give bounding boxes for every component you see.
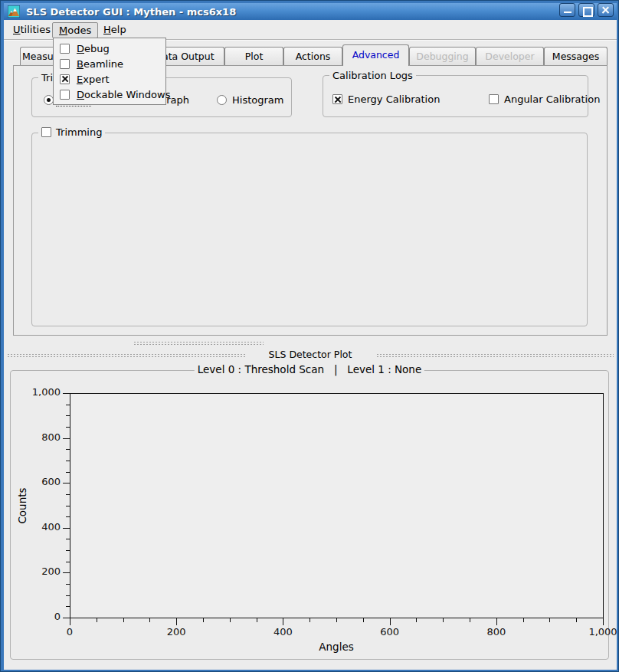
application-window: SLS Detector GUI : Mythen - mcs6x18 Util… <box>0 0 619 672</box>
y-minor-tick <box>66 472 70 473</box>
modes-menu-popup: Debug Beamline Expert Dockable Windows <box>53 38 166 105</box>
calibration-logs-title: Calibration Logs <box>329 70 416 81</box>
y-minor-tick <box>66 539 70 539</box>
y-tick-label: 1,000 <box>15 386 61 398</box>
y-axis-title: Counts <box>16 478 28 533</box>
y-minor-tick <box>66 595 70 596</box>
x-minor-tick <box>416 618 417 622</box>
y-minor-tick <box>66 461 70 461</box>
checkbox-angular-calibration[interactable]: Angular Calibration <box>489 93 600 105</box>
tab-messages[interactable]: Messages <box>544 47 608 65</box>
menu-item-debug[interactable]: Debug <box>54 41 165 56</box>
y-major-tick <box>63 393 70 394</box>
trimming-group-title: Trimming <box>56 126 102 138</box>
x-minor-tick <box>470 618 470 622</box>
dock-title[interactable]: SLS Detector Plot <box>1 349 619 360</box>
app-icon <box>8 5 20 18</box>
x-minor-tick <box>97 618 97 622</box>
x-axis-title: Angles <box>310 641 363 653</box>
beamline-checkbox[interactable] <box>60 59 70 69</box>
x-major-tick <box>496 618 497 625</box>
energy-calibration-checkbox[interactable] <box>332 94 342 104</box>
y-tick-label: 0 <box>15 611 61 622</box>
trimming-group: Trimming <box>31 133 588 326</box>
trimming-group-header[interactable]: Trimming <box>38 126 105 138</box>
tab-debugging: Debugging <box>409 47 476 65</box>
radio-histogram[interactable]: Histogram <box>217 94 283 106</box>
y-minor-tick <box>66 405 70 405</box>
dockable-windows-checkbox[interactable] <box>60 90 70 100</box>
x-minor-tick <box>336 618 337 622</box>
x-tick-label: 800 <box>473 626 519 638</box>
tab-actions[interactable]: Actions <box>283 47 342 65</box>
y-minor-tick <box>66 516 70 517</box>
x-minor-tick <box>203 618 204 622</box>
y-minor-tick <box>66 550 70 551</box>
menu-modes[interactable]: Modes <box>52 22 98 38</box>
tab-developer: Developer <box>476 47 544 65</box>
y-minor-tick <box>66 427 70 428</box>
y-tick-label: 200 <box>15 565 61 577</box>
menu-item-dockable-windows[interactable]: Dockable Windows <box>54 87 165 102</box>
y-minor-tick <box>66 562 70 562</box>
y-minor-tick <box>66 449 70 450</box>
maximize-button[interactable] <box>578 3 594 17</box>
x-minor-tick <box>363 618 364 622</box>
x-major-tick <box>603 618 604 625</box>
title-bar[interactable]: SLS Detector GUI : Mythen - mcs6x18 <box>4 3 617 20</box>
x-minor-tick <box>257 618 257 622</box>
x-major-tick <box>390 618 391 625</box>
plot-canvas[interactable] <box>70 393 604 618</box>
x-tick-label: 1,000 <box>580 626 619 638</box>
y-major-tick <box>63 572 70 573</box>
x-major-tick <box>176 618 177 625</box>
y-minor-tick <box>66 506 70 506</box>
x-tick-label: 200 <box>153 626 199 638</box>
x-minor-tick <box>523 618 524 622</box>
menu-utilities[interactable]: Utilities <box>7 22 57 38</box>
x-tick-label: 400 <box>260 626 306 638</box>
y-minor-tick <box>66 415 70 416</box>
y-major-tick <box>63 528 70 529</box>
expert-checkbox[interactable] <box>60 74 70 84</box>
y-major-tick <box>63 438 70 439</box>
plot-group-title: Level 0 : Threshold Scan | Level 1 : Non… <box>195 363 424 375</box>
menu-item-expert[interactable]: Expert <box>54 71 165 87</box>
tab-advanced[interactable]: Advanced <box>342 44 409 66</box>
x-tick-label: 600 <box>367 626 413 638</box>
x-minor-tick <box>149 618 150 622</box>
x-major-tick <box>70 618 70 625</box>
y-major-tick <box>63 483 70 484</box>
x-minor-tick <box>230 618 231 622</box>
x-minor-tick <box>310 618 310 622</box>
menu-item-beamline[interactable]: Beamline <box>54 56 165 71</box>
y-minor-tick <box>66 606 70 607</box>
splitter-handle[interactable] <box>133 341 264 346</box>
calibration-logs-group: Calibration Logs Energy Calibration Angu… <box>323 75 588 117</box>
close-button[interactable] <box>598 3 614 17</box>
x-minor-tick <box>123 618 124 622</box>
minimize-button[interactable] <box>559 3 575 17</box>
checkbox-energy-calibration[interactable]: Energy Calibration <box>332 93 440 105</box>
y-tick-label: 800 <box>15 431 61 443</box>
debug-checkbox[interactable] <box>60 44 70 54</box>
angular-calibration-checkbox[interactable] <box>489 94 499 104</box>
x-minor-tick <box>576 618 577 622</box>
trimming-enable-checkbox[interactable] <box>41 127 51 137</box>
menu-help[interactable]: Help <box>97 22 133 38</box>
x-tick-label: 0 <box>47 626 93 638</box>
y-minor-tick <box>66 494 70 495</box>
radio-histogram-circle[interactable] <box>217 95 227 105</box>
x-minor-tick <box>549 618 550 622</box>
x-major-tick <box>283 618 283 625</box>
y-minor-tick <box>66 584 70 585</box>
tab-plot[interactable]: Plot <box>224 47 283 65</box>
y-major-tick <box>63 618 70 618</box>
window-title: SLS Detector GUI : Mythen - mcs6x18 <box>26 6 236 18</box>
x-minor-tick <box>443 618 444 622</box>
